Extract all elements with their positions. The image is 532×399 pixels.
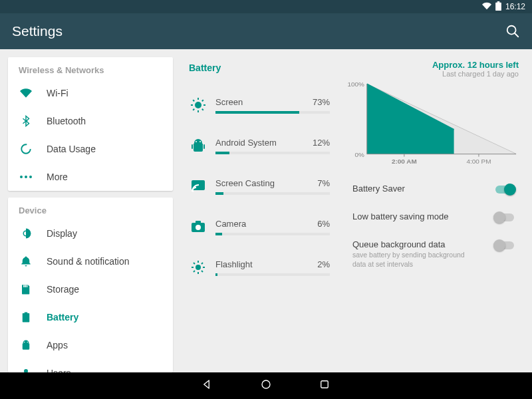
svg-point-18: [196, 225, 201, 230]
usage-item[interactable]: Flashlight 2%: [186, 247, 334, 288]
sidebar-item-apps[interactable]: Apps: [8, 331, 173, 359]
svg-point-7: [24, 342, 25, 343]
display-icon: [20, 227, 32, 239]
sidebar-item-label: Data Usage: [47, 144, 96, 154]
battery-right-column: Approx. 12 hours left Last charged 1 day…: [344, 57, 524, 372]
search-icon[interactable]: [505, 24, 520, 39]
sidebar-item-display[interactable]: Display: [8, 219, 173, 247]
usage-bar: [215, 111, 330, 114]
switch[interactable]: [493, 239, 516, 251]
toggle-row[interactable]: Battery Saver: [352, 176, 516, 203]
svg-rect-19: [196, 221, 201, 223]
sidebar-item-label: Storage: [47, 284, 79, 295]
svg-rect-32: [321, 381, 329, 388]
sidebar-item-label: Apps: [47, 340, 68, 350]
main-panel: Battery Screen 73% Android System 12% Sc…: [181, 57, 524, 372]
svg-text:100%: 100%: [347, 80, 364, 88]
usage-bar: [215, 192, 330, 195]
bluetooth-icon: [20, 115, 32, 127]
sidebar-item-label: Users: [47, 368, 71, 372]
storage-icon: [20, 283, 32, 295]
sidebar-item-label: Battery: [47, 312, 78, 323]
battery-chart-svg: 100%0%2:00 AM4:00 PM: [347, 78, 519, 171]
svg-text:4:00 PM: 4:00 PM: [467, 158, 491, 165]
sidebar-item-label: Wi-Fi: [47, 88, 68, 98]
status-bar: 16:12: [0, 0, 532, 13]
usage-label: Screen Casting: [215, 178, 275, 188]
svg-rect-13: [192, 144, 193, 149]
usage-icon: [190, 97, 206, 113]
recent-button[interactable]: [319, 378, 331, 393]
usage-label: Android System: [215, 138, 277, 148]
battery-toggles: Battery Saver Low battery saving mode Qu…: [344, 170, 524, 282]
toggle-sublabel: save battery by sending background data …: [352, 251, 472, 269]
usage-icon: [190, 138, 206, 154]
svg-point-8: [27, 342, 29, 343]
usage-icon: [190, 178, 206, 194]
usage-percent: 12%: [313, 138, 330, 148]
svg-point-31: [262, 380, 270, 388]
toggle-label: Low battery saving mode: [352, 211, 449, 221]
sidebar-item-sound[interactable]: Sound & notification: [8, 247, 173, 275]
sidebar: Wireless & Networks Wi-Fi Bluetooth Data…: [8, 57, 173, 372]
svg-point-20: [196, 265, 201, 270]
usage-percent: 73%: [313, 97, 330, 107]
toggle-label: Battery Saver: [352, 184, 405, 194]
sidebar-item-battery[interactable]: Battery: [8, 303, 173, 331]
toggle-row[interactable]: Queue background data save battery by se…: [352, 231, 516, 277]
sidebar-item-label: Bluetooth: [47, 116, 86, 126]
more-icon: [20, 171, 32, 183]
users-icon: [20, 367, 32, 372]
usage-label: Flashlight: [215, 259, 253, 269]
svg-rect-14: [203, 144, 205, 149]
sidebar-item-users[interactable]: Users: [8, 359, 173, 372]
svg-rect-6: [27, 285, 28, 287]
usage-bar: [215, 273, 330, 276]
usage-item[interactable]: Camera 6%: [186, 207, 334, 247]
usage-item[interactable]: Android System 12%: [186, 126, 334, 166]
data-usage-icon: [20, 143, 32, 155]
svg-point-12: [200, 141, 201, 142]
usage-item[interactable]: Screen 73%: [186, 85, 334, 126]
section-header-wireless: Wireless & Networks: [8, 57, 173, 79]
wifi-icon: [482, 1, 491, 13]
toggle-row[interactable]: Low battery saving mode: [352, 203, 516, 231]
battery-status-icon: [495, 1, 501, 13]
sidebar-item-label: More: [47, 172, 68, 182]
status-time: 16:12: [505, 2, 525, 11]
sidebar-item-storage[interactable]: Storage: [8, 275, 173, 303]
svg-line-1: [515, 33, 519, 37]
section-header-device: Device: [8, 198, 173, 219]
content: Wireless & Networks Wi-Fi Bluetooth Data…: [0, 49, 532, 380]
wifi-icon: [20, 87, 32, 99]
usage-bar: [215, 152, 330, 154]
sidebar-item-label: Sound & notification: [47, 256, 130, 267]
svg-point-2: [21, 144, 31, 154]
app-bar: Settings: [0, 13, 532, 49]
home-button[interactable]: [260, 378, 272, 393]
svg-point-16: [192, 190, 194, 192]
sidebar-item-wifi[interactable]: Wi-Fi: [8, 79, 173, 107]
usage-bar: [215, 233, 330, 235]
svg-text:0%: 0%: [354, 151, 364, 158]
switch[interactable]: [493, 211, 516, 223]
battery-chart[interactable]: Approx. 12 hours left Last charged 1 day…: [344, 57, 524, 170]
sidebar-item-more[interactable]: More: [8, 163, 173, 191]
switch[interactable]: [493, 184, 516, 196]
toggle-label: Queue background data: [352, 239, 472, 249]
battery-usage-panel: Battery Screen 73% Android System 12% Sc…: [181, 57, 336, 372]
sidebar-item-bluetooth[interactable]: Bluetooth: [8, 107, 173, 135]
panel-title: Battery: [189, 63, 334, 73]
sidebar-section-device: Device Display Sound & notification Stor…: [8, 198, 173, 372]
usage-icon: [190, 219, 206, 235]
usage-label: Camera: [215, 219, 246, 229]
battery-icon: [20, 311, 32, 323]
sidebar-section-wireless: Wireless & Networks Wi-Fi Bluetooth Data…: [8, 57, 173, 191]
svg-point-11: [196, 141, 197, 142]
usage-item[interactable]: Screen Casting 7%: [186, 166, 334, 207]
svg-rect-4: [23, 285, 25, 287]
apps-icon: [20, 339, 32, 351]
sidebar-item-data-usage[interactable]: Data Usage: [8, 135, 173, 163]
back-button[interactable]: [201, 378, 213, 393]
battery-last-charged: Last charged 1 day ago: [347, 70, 519, 78]
